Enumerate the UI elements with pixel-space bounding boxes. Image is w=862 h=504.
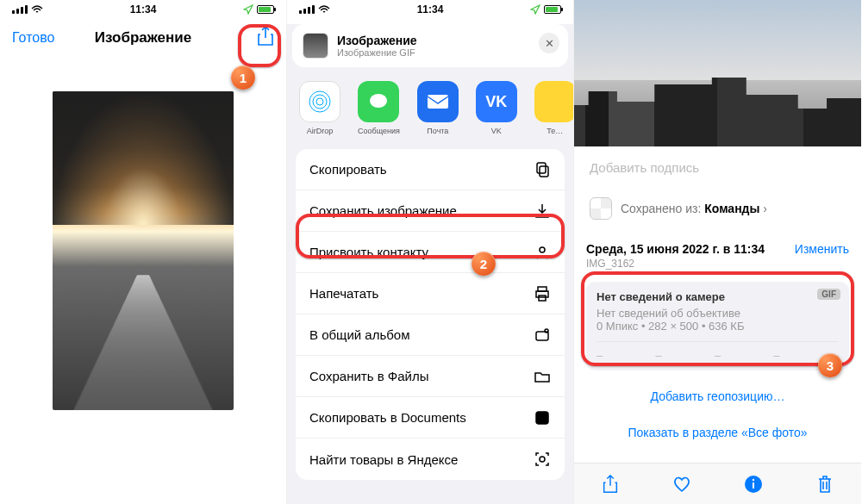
action-copy[interactable]: Скопировать	[296, 149, 565, 190]
svg-point-15	[540, 457, 545, 462]
image-preview[interactable]	[0, 91, 286, 410]
navbar: Готово Изображение	[0, 19, 286, 57]
app-label: AirDrop	[307, 127, 334, 135]
location-icon	[530, 4, 540, 15]
share-apps-row[interactable]: AirDrop Сообщения Почта VKVK Те…	[287, 72, 573, 149]
metadata-box: Нет сведений о камере GIF Нет сведений о…	[586, 282, 849, 370]
wifi-icon	[318, 5, 330, 14]
signal-icon	[299, 5, 315, 14]
action-print[interactable]: Напечатать	[296, 273, 565, 314]
documents-icon: D	[534, 409, 551, 426]
svg-rect-10	[539, 296, 546, 301]
phone-2: 11:34 Изображение Изображение GIF ✕ AirD…	[287, 0, 574, 504]
svg-rect-17	[753, 482, 754, 488]
close-button[interactable]: ✕	[539, 33, 559, 53]
actions-list: Скопировать Сохранить изображение Присво…	[296, 149, 565, 480]
action-copy-documents[interactable]: Скопировать в DocumentsD	[296, 397, 565, 439]
download-icon	[534, 202, 551, 220]
saved-from-label: Сохранено из: Команды ›	[621, 202, 767, 215]
svg-text:D: D	[539, 414, 545, 423]
app-vk[interactable]: VKVK	[476, 81, 517, 135]
location-icon	[243, 4, 253, 15]
date-label: Среда, 15 июня 2022 г. в 11:34	[586, 242, 765, 256]
copy-icon	[534, 161, 551, 178]
svg-point-3	[370, 94, 387, 108]
app-airdrop[interactable]: AirDrop	[299, 81, 340, 135]
app-label: Сообщения	[358, 127, 400, 135]
trash-icon[interactable]	[815, 475, 834, 494]
shared-album-icon	[534, 327, 551, 344]
app-more[interactable]: Те…	[534, 81, 573, 135]
action-shared-album[interactable]: В общий альбом	[296, 314, 565, 356]
document-thumb	[303, 33, 328, 59]
action-assign-contact[interactable]: Присвоить контакту	[296, 232, 565, 273]
app-messages[interactable]: Сообщения	[358, 81, 400, 135]
preview-photo	[53, 91, 234, 410]
svg-rect-9	[536, 291, 548, 297]
share-icon	[257, 26, 274, 47]
date-row: Среда, 15 июня 2022 г. в 11:34 Изменить	[574, 233, 861, 256]
phone-1: 11:34 Готово Изображение 1	[0, 0, 287, 504]
status-bar: 11:34	[0, 0, 286, 19]
wifi-icon	[31, 5, 43, 14]
status-bar: 11:34	[287, 0, 573, 19]
vk-icon: VK	[476, 81, 517, 122]
edit-date-button[interactable]: Изменить	[795, 242, 849, 256]
share-button[interactable]	[222, 26, 274, 50]
saved-from-row[interactable]: Сохранено из: Команды ›	[579, 189, 856, 228]
svg-rect-4	[428, 95, 448, 109]
svg-point-12	[545, 329, 548, 333]
svg-rect-5	[537, 163, 546, 173]
page-title: Изображение	[64, 29, 222, 47]
done-button[interactable]: Готово	[12, 30, 64, 46]
svg-point-18	[753, 478, 754, 480]
scan-icon	[534, 451, 551, 468]
airdrop-icon	[299, 81, 340, 122]
clock: 11:34	[130, 3, 157, 16]
contact-icon	[534, 244, 551, 261]
shortcuts-icon	[590, 197, 612, 220]
mail-icon	[417, 81, 459, 122]
exif-dashes: –––––	[597, 341, 839, 362]
app-mail[interactable]: Почта	[417, 81, 459, 135]
sheet-subtitle: Изображение GIF	[337, 47, 417, 58]
svg-point-1	[313, 95, 327, 109]
battery-icon	[544, 5, 561, 14]
signal-icon	[12, 5, 28, 14]
share-icon[interactable]	[601, 475, 620, 494]
bottom-toolbar	[574, 463, 861, 504]
filename-label: IMG_3162	[574, 256, 861, 278]
app-label: VK	[491, 127, 502, 135]
dimensions-info: 0 Мпикс • 282 × 500 • 636 КБ	[597, 320, 839, 333]
folder-icon	[534, 368, 551, 385]
action-find-yandex[interactable]: Найти товары в Яндексе	[296, 439, 565, 480]
svg-rect-6	[540, 166, 548, 177]
gif-badge: GIF	[817, 289, 840, 300]
favorite-icon[interactable]	[672, 475, 691, 494]
clock: 11:34	[417, 3, 444, 16]
yandex-icon	[534, 81, 573, 122]
phone-3: Добавить подпись Сохранено из: Команды ›…	[574, 0, 861, 504]
badge-1: 1	[231, 65, 255, 90]
messages-icon	[358, 81, 399, 122]
app-label: Почта	[427, 127, 448, 135]
action-save-image[interactable]: Сохранить изображение	[296, 190, 565, 232]
share-header: Изображение Изображение GIF ✕	[292, 24, 568, 67]
app-label: Те…	[547, 127, 563, 135]
svg-point-0	[316, 98, 323, 105]
sheet-title: Изображение	[337, 34, 417, 47]
add-geo-button[interactable]: Добавить геопозицию…	[586, 379, 849, 414]
camera-info: Нет сведений о камере	[597, 290, 839, 303]
battery-icon	[257, 5, 274, 14]
triptych: 11:34 Готово Изображение 1 11:34	[0, 0, 862, 504]
action-save-files[interactable]: Сохранить в Файлы	[296, 356, 565, 397]
print-icon	[534, 285, 551, 302]
show-in-all-photos[interactable]: Показать в разделе «Все фото»	[574, 414, 861, 451]
svg-point-7	[540, 247, 545, 252]
lens-info: Нет сведений об объективе	[597, 307, 839, 320]
caption-input[interactable]: Добавить подпись	[579, 152, 856, 184]
info-icon[interactable]	[744, 475, 763, 494]
photo-header[interactable]	[574, 0, 861, 146]
